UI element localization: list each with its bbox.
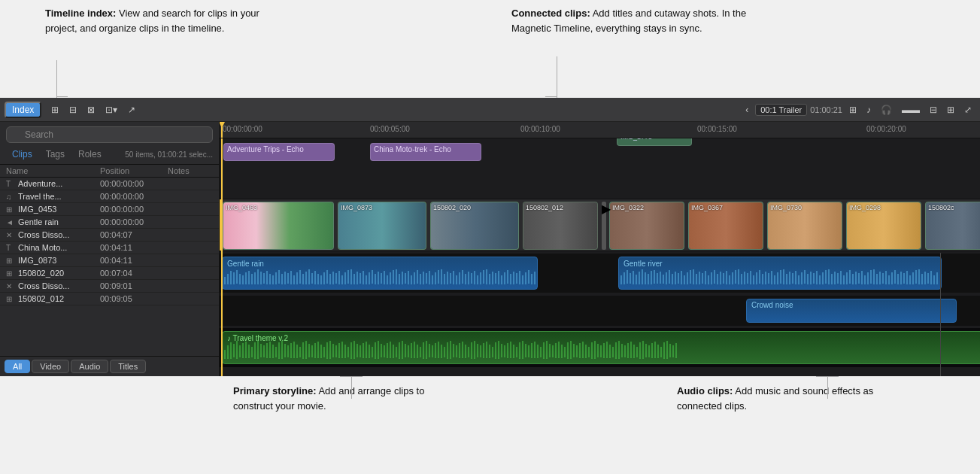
row-name-5: T China Moto... <box>6 243 100 252</box>
svg-rect-147 <box>738 269 739 284</box>
list-item[interactable]: ◄ Gentle rain 00:00:00:00 <box>0 216 219 229</box>
fullscreen-btn[interactable]: ⤢ <box>960 103 975 117</box>
list-item[interactable]: ⊞ 150802_020 00:07:04 <box>0 267 219 280</box>
video-clip-img0730[interactable]: IMG_0730 <box>767 202 842 250</box>
callout-bottom-left-h <box>340 376 363 377</box>
annotation-audio-clips: Audio clips: Add music and sound effects… <box>677 384 887 413</box>
svg-rect-294 <box>465 345 466 358</box>
row-position-4: 00:04:07 <box>100 230 168 239</box>
svg-rect-47 <box>353 274 355 284</box>
video-row: IMG_0463 IMG_0873 150802_020 150802_012 <box>220 199 980 251</box>
svg-rect-133 <box>696 274 697 284</box>
playhead[interactable] <box>221 122 223 138</box>
row-position-9: 00:09:05 <box>100 294 168 303</box>
svg-rect-97 <box>504 272 505 284</box>
svg-rect-159 <box>774 275 775 284</box>
video-clip-150802c[interactable]: 150802c <box>925 202 980 250</box>
list-item[interactable]: ✕ Cross Disso... 00:09:01 <box>0 280 219 293</box>
svg-rect-23 <box>281 274 283 284</box>
svg-rect-335 <box>588 347 590 357</box>
clip-layout-3[interactable]: ⊠ <box>83 103 99 117</box>
search-input[interactable] <box>6 126 213 143</box>
list-item[interactable]: T China Moto... 00:04:11 <box>0 242 219 254</box>
list-item[interactable]: T Adventure... 00:00:00:00 <box>0 178 219 190</box>
sidebar-header: Name Position Notes <box>0 164 219 178</box>
svg-rect-329 <box>570 341 572 359</box>
svg-rect-34 <box>314 271 316 284</box>
svg-rect-189 <box>864 275 866 284</box>
timeline-ruler: 00:00:00:00 00:00:05:00 00:00:10:00 00:0… <box>220 122 980 138</box>
svg-rect-138 <box>711 272 712 284</box>
annotation-connected-clips: Connected clips: Add titles and cutaway … <box>511 6 752 35</box>
svg-rect-224 <box>254 342 256 359</box>
svg-rect-219 <box>239 345 241 357</box>
audio-clip-gentle-rain[interactable]: Gentle rain <box>222 257 538 290</box>
audio-clip-gentle-river[interactable]: Gentle river <box>618 257 942 290</box>
row-label-3: Gentle rain <box>18 217 59 226</box>
svg-rect-33 <box>311 273 313 284</box>
video-clip-img0367[interactable]: IMG_0367 <box>688 202 763 250</box>
row-icon-1: ♫ <box>6 193 15 201</box>
audio-btn[interactable]: ♪ <box>863 103 875 117</box>
list-item[interactable]: ⊞ IMG_0873 00:04:11 <box>0 254 219 267</box>
index-button[interactable]: Index <box>5 102 41 118</box>
clip-label-150802012: 150802_012 <box>526 204 563 211</box>
svg-rect-177 <box>828 269 830 284</box>
svg-rect-156 <box>765 272 766 284</box>
video-clip-img0873[interactable]: IMG_0873 <box>338 202 426 250</box>
list-item[interactable]: ✕ Cross Disso... 00:04:07 <box>0 229 219 242</box>
list-item[interactable]: ⊞ 150802_012 00:09:05 <box>0 293 219 305</box>
audio-clip-travel-theme[interactable]: ♪ Travel theme v.2 <box>222 331 980 364</box>
tab-clips[interactable]: Clips <box>6 147 38 161</box>
video-clip-150802020[interactable]: 150802_020 <box>430 202 519 250</box>
list-item[interactable]: ⊞ IMG_0453 00:00:00:00 <box>0 203 219 216</box>
audio-clip-crowd-noise[interactable]: Crowd noise <box>746 299 957 323</box>
svg-rect-79 <box>450 273 451 284</box>
pointer-tool[interactable]: ↗ <box>124 103 139 117</box>
svg-rect-122 <box>663 275 664 284</box>
svg-rect-139 <box>714 270 715 284</box>
svg-rect-73 <box>432 275 433 284</box>
connected-clip-china[interactable]: China Moto-trek - Echo <box>370 143 481 161</box>
connected-clip-adventure[interactable]: Adventure Trips - Echo <box>223 143 335 161</box>
layout-btn2[interactable]: ⊞ <box>943 103 958 117</box>
svg-rect-190 <box>867 272 869 284</box>
row-position-8: 00:09:01 <box>100 281 168 290</box>
svg-rect-302 <box>489 345 490 358</box>
svg-rect-88 <box>477 275 478 284</box>
connected-clip-img1775[interactable]: IMG_1775 <box>617 138 692 146</box>
clip-layout-2[interactable]: ⊟ <box>65 103 80 117</box>
svg-rect-356 <box>651 343 653 358</box>
svg-rect-20 <box>272 275 274 284</box>
video-clip-150802012[interactable]: 150802_012 <box>523 202 598 250</box>
svg-rect-5 <box>227 274 229 284</box>
headphone-btn[interactable]: 🎧 <box>877 103 896 117</box>
video-clip-img0298[interactable]: IMG_0298 <box>846 202 921 250</box>
svg-rect-51 <box>366 275 367 284</box>
svg-rect-222 <box>248 345 250 358</box>
svg-rect-316 <box>531 343 532 358</box>
svg-rect-281 <box>426 341 427 359</box>
svg-rect-201 <box>900 272 902 284</box>
filter-all[interactable]: All <box>5 360 30 373</box>
tab-tags[interactable]: Tags <box>40 147 71 161</box>
svg-rect-16 <box>260 272 262 284</box>
filter-titles[interactable]: Titles <box>110 360 146 373</box>
svg-rect-124 <box>669 270 670 284</box>
svg-rect-271 <box>396 347 397 357</box>
video-clip-img0322[interactable]: IMG_0322 <box>609 202 684 250</box>
waveform-btn[interactable]: ⊞ <box>845 103 860 117</box>
svg-rect-251 <box>335 345 337 357</box>
list-item[interactable]: ♫ Travel the... 00:00:00:00 <box>0 190 219 203</box>
layout-btn1[interactable]: ⊟ <box>926 103 941 117</box>
svg-rect-31 <box>305 272 307 284</box>
color-btn[interactable]: ▬▬ <box>898 103 924 117</box>
content-area: 🔍 Clips Tags Roles 50 items, 01:00:21 se… <box>0 122 980 376</box>
nav-left[interactable]: ‹ <box>742 103 752 117</box>
filter-audio[interactable]: Audio <box>71 360 108 373</box>
clip-layout-4[interactable]: ⊡▾ <box>102 103 121 117</box>
filter-video[interactable]: Video <box>32 360 69 373</box>
clip-layout-1[interactable]: ⊞ <box>47 103 62 117</box>
tab-roles[interactable]: Roles <box>72 147 108 161</box>
video-clip-img0463[interactable]: IMG_0463 <box>223 202 334 250</box>
